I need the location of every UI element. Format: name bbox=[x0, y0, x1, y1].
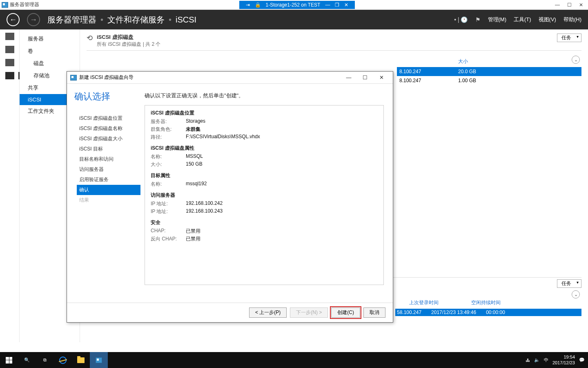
dialog-maximize-icon[interactable]: ☐ bbox=[357, 74, 373, 81]
sec-security: 安全 bbox=[151, 219, 378, 226]
dialog-minimize-icon[interactable]: — bbox=[341, 74, 357, 81]
sec-location: iSCSI 虚拟磁盘位置 bbox=[151, 110, 378, 117]
tray-time: 19:54 bbox=[552, 355, 575, 360]
taskbar-ie-icon[interactable] bbox=[54, 352, 72, 368]
collapse-lower-icon[interactable]: ⌄ bbox=[572, 290, 580, 298]
tray-clock[interactable]: 19:54 2017/12/23 bbox=[552, 355, 575, 365]
outer-close-icon[interactable]: ✕ bbox=[579, 2, 583, 8]
value-size: 150 GB bbox=[186, 161, 203, 168]
icon-rail bbox=[0, 29, 20, 342]
vm-minimize-icon[interactable]: — bbox=[325, 2, 330, 8]
session-row[interactable]: 58.100.247 2017/12/23 13:49:46 00:00:00 bbox=[395, 309, 581, 316]
col-last-login: 上次登录时间 bbox=[409, 299, 439, 306]
cell-ip: 8.100.247 bbox=[397, 69, 458, 74]
rail-local-server-icon[interactable] bbox=[5, 46, 14, 53]
dialog-titlebar: 新建 iSCSI 虚拟磁盘向导 — ☐ ✕ bbox=[67, 72, 393, 84]
collapse-panel-icon[interactable]: ⌄ bbox=[572, 56, 580, 64]
refresh-dropdown-icon[interactable]: • | 🕐 bbox=[454, 16, 468, 23]
value-name: MSSQL bbox=[186, 153, 203, 160]
step-access[interactable]: 访问服务器 bbox=[77, 164, 140, 175]
step-name[interactable]: iSCSI 虚拟磁盘名称 bbox=[77, 123, 140, 134]
col-size[interactable]: 大小 bbox=[458, 58, 468, 65]
table-row[interactable]: 8.100.247 20.0 GB bbox=[397, 67, 581, 76]
rail-dashboard-icon[interactable] bbox=[5, 33, 14, 40]
step-auth[interactable]: 启用验证服务 bbox=[77, 175, 140, 185]
panel-header: ⟲ iSCSI 虚拟磁盘 所有 iSCSI 虚拟磁盘 | 共 2 个 任务 bbox=[87, 34, 581, 51]
wizard-heading: 确认选择 bbox=[74, 90, 140, 103]
rail-all-servers-icon[interactable] bbox=[5, 59, 14, 66]
breadcrumb: 服务器管理器 • 文件和存储服务 • iSCSI bbox=[47, 14, 196, 25]
vdisk-table: 大小 8.100.247 20.0 GB 8.100.247 1.00 GB bbox=[397, 67, 581, 85]
taskbar-server-manager-icon[interactable] bbox=[90, 352, 108, 368]
start-button[interactable] bbox=[0, 352, 18, 368]
outer-maximize-icon[interactable]: ☐ bbox=[567, 2, 572, 8]
label-target-name: 名称: bbox=[151, 181, 183, 188]
label-chap: CHAP: bbox=[151, 228, 183, 235]
label-cluster: 群集角色: bbox=[151, 126, 183, 133]
prev-button[interactable]: < 上一步(P) bbox=[249, 307, 287, 318]
outer-minimize-icon[interactable]: — bbox=[555, 2, 560, 8]
value-target-name: mssql192 bbox=[186, 181, 207, 188]
label-rchap: 反向 CHAP: bbox=[151, 236, 183, 242]
vm-close-icon[interactable]: ✕ bbox=[344, 2, 348, 8]
vm-session-name: 1-Storage1-252 on TEST bbox=[266, 2, 321, 8]
pin-icon[interactable]: ⇥ bbox=[246, 2, 250, 8]
create-button[interactable]: 创建(C) bbox=[331, 307, 360, 318]
menu-help[interactable]: 帮助(H) bbox=[564, 16, 581, 23]
menu-view[interactable]: 视图(V) bbox=[539, 16, 556, 23]
tray-network-icon[interactable]: 🖧 bbox=[526, 358, 530, 363]
tray-action-center-icon[interactable]: 💬 bbox=[579, 357, 585, 363]
refresh-panel-icon[interactable]: ⟲ bbox=[87, 34, 93, 43]
server-manager-icon bbox=[2, 2, 8, 8]
step-target[interactable]: iSCSI 目标 bbox=[77, 144, 140, 154]
dialog-close-icon[interactable]: ✕ bbox=[373, 74, 390, 81]
server-manager-window: ← → 服务器管理器 • 文件和存储服务 • iSCSI • | 🕐 ⚑ 管理(… bbox=[0, 10, 588, 342]
lower-tasks-dropdown[interactable]: 任务 bbox=[557, 279, 581, 288]
task-view-icon[interactable]: ⧉ bbox=[36, 352, 54, 368]
cancel-button[interactable]: 取消 bbox=[363, 307, 385, 318]
tasks-dropdown[interactable]: 任务 bbox=[557, 34, 581, 42]
menu-tools[interactable]: 工具(T) bbox=[514, 16, 531, 23]
step-confirm[interactable]: 确认 bbox=[77, 185, 140, 195]
forward-button[interactable]: → bbox=[27, 13, 40, 26]
wizard-main: 确认以下设置正确无误，然后单击"创建"。 iSCSI 虚拟磁盘位置 服务器:St… bbox=[140, 84, 393, 303]
taskbar-explorer-icon[interactable] bbox=[72, 352, 90, 368]
table-row[interactable]: 8.100.247 1.00 GB bbox=[397, 76, 581, 85]
menu-manage[interactable]: 管理(M) bbox=[488, 16, 507, 23]
dialog-title: 新建 iSCSI 虚拟磁盘向导 bbox=[79, 74, 134, 81]
step-location[interactable]: iSCSI 虚拟磁盘位置 bbox=[77, 113, 140, 123]
label-name: 名称: bbox=[151, 153, 183, 160]
value-ip2: 192.168.100.243 bbox=[186, 208, 223, 215]
label-path: 路径: bbox=[151, 134, 183, 141]
notifications-flag-icon[interactable]: ⚑ bbox=[475, 16, 481, 23]
vm-restore-icon[interactable]: ❐ bbox=[335, 2, 339, 8]
breadcrumb-lvl2[interactable]: iSCSI bbox=[176, 15, 196, 25]
vm-session-bar: ⇥ 🔒 1-Storage1-252 on TEST — ❐ ✕ bbox=[239, 1, 355, 9]
tray-sound-icon[interactable]: 🔈 bbox=[534, 357, 540, 363]
nav-servers[interactable]: 服务器 bbox=[20, 33, 80, 45]
nav-volumes[interactable]: 卷 bbox=[20, 45, 80, 57]
wizard-instruction: 确认以下设置正确无误，然后单击"创建"。 bbox=[145, 92, 384, 99]
nav-disks[interactable]: 磁盘 bbox=[20, 57, 80, 70]
step-size[interactable]: iSCSI 虚拟磁盘大小 bbox=[77, 134, 140, 144]
breadcrumb-lvl1[interactable]: 文件和存储服务 bbox=[107, 14, 165, 25]
label-ip1: IP 地址: bbox=[151, 200, 183, 207]
value-chap: 已禁用 bbox=[186, 228, 200, 235]
sec-access: 访问服务器 bbox=[151, 192, 378, 199]
sess-time: 2017/12/23 13:49:46 bbox=[431, 310, 476, 315]
dialog-button-row: < 上一步(P) 下一步(N) > 创建(C) 取消 bbox=[67, 303, 393, 322]
back-button[interactable]: ← bbox=[7, 13, 20, 26]
sm-header: ← → 服务器管理器 • 文件和存储服务 • iSCSI • | 🕐 ⚑ 管理(… bbox=[0, 10, 588, 29]
cell-size: 1.00 GB bbox=[458, 78, 491, 83]
vm-app-title: 服务器管理器 bbox=[10, 1, 39, 8]
vm-titlebar: 服务器管理器 ⇥ 🔒 1-Storage1-252 on TEST — ❐ ✕ … bbox=[0, 0, 588, 10]
tray-ime-indicator[interactable]: 中 bbox=[544, 357, 548, 363]
breadcrumb-root[interactable]: 服务器管理器 bbox=[47, 14, 96, 25]
value-rchap: 已禁用 bbox=[186, 236, 200, 242]
value-server: Storages bbox=[186, 118, 205, 125]
rail-file-storage-icon[interactable] bbox=[5, 72, 14, 79]
lock-icon[interactable]: 🔒 bbox=[255, 2, 261, 8]
step-targetname[interactable]: 目标名称和访问 bbox=[77, 154, 140, 164]
sec-attributes: iSCSI 虚拟磁盘属性 bbox=[151, 145, 378, 152]
search-icon[interactable]: 🔍 bbox=[18, 352, 36, 368]
